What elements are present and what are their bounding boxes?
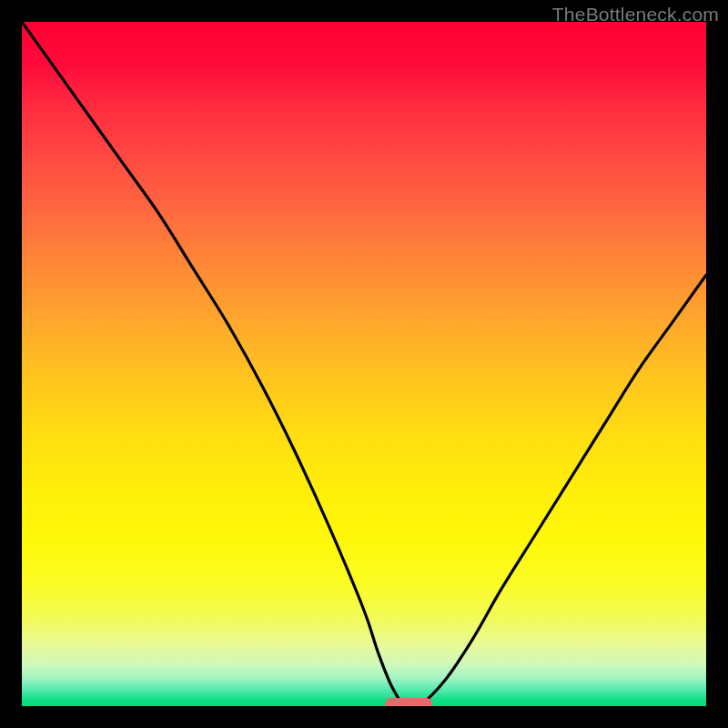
- bottleneck-curve: [22, 22, 706, 706]
- plot-area: [22, 22, 706, 706]
- chart-frame: TheBottleneck.com: [0, 0, 728, 728]
- minimum-marker: [385, 698, 433, 706]
- watermark-text: TheBottleneck.com: [552, 4, 719, 25]
